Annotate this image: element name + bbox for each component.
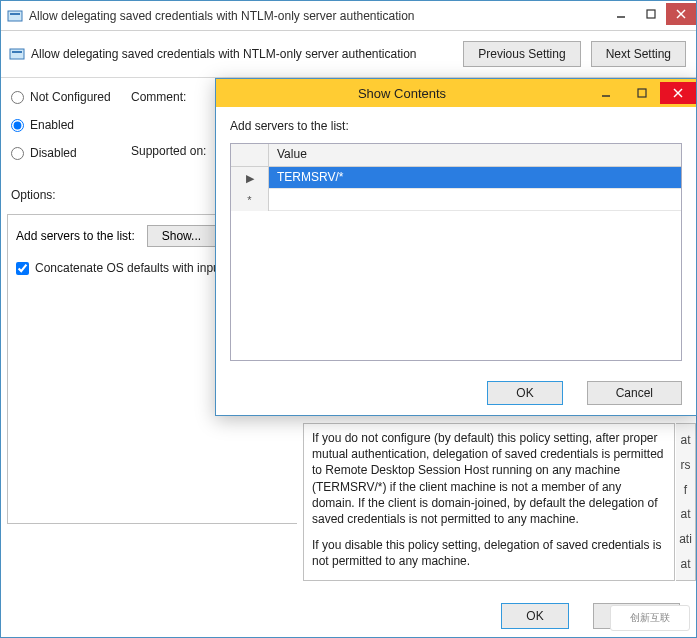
policy-description: Allow delegating saved credentials with … [31, 47, 453, 61]
concat-defaults-checkbox[interactable] [16, 262, 29, 275]
policy-icon [9, 46, 25, 62]
ok-button[interactable]: OK [501, 603, 568, 629]
clipped-text-strip: at rs f at ati at [676, 423, 696, 581]
radio-not-configured-input[interactable] [11, 91, 24, 104]
modal-button-row: OK Cancel [477, 381, 682, 405]
svg-rect-6 [10, 49, 24, 59]
modal-cancel-button[interactable]: Cancel [587, 381, 682, 405]
svg-rect-9 [638, 89, 646, 97]
radio-enabled-label: Enabled [30, 118, 74, 132]
row-marker-icon: ▶ [231, 167, 269, 189]
grid-row[interactable]: * [231, 189, 681, 211]
radio-not-configured-label: Not Configured [30, 90, 111, 104]
server-list-grid[interactable]: Value ▶ TERMSRV/* * [230, 143, 682, 361]
help-text-panel: If you do not configure (by default) thi… [303, 423, 675, 581]
grid-cell-value[interactable] [269, 189, 681, 210]
add-servers-label: Add servers to the list: [16, 229, 135, 243]
svg-rect-7 [12, 51, 22, 53]
radio-disabled[interactable]: Disabled [11, 146, 131, 160]
meta-labels: Comment: Supported on: [131, 86, 206, 160]
modal-ok-button[interactable]: OK [487, 381, 562, 405]
svg-rect-0 [8, 11, 22, 21]
next-setting-button[interactable]: Next Setting [591, 41, 686, 67]
comment-label: Comment: [131, 90, 206, 104]
modal-close-button[interactable] [660, 82, 696, 104]
help-paragraph-1: If you do not configure (by default) thi… [312, 430, 666, 527]
show-button[interactable]: Show... [147, 225, 216, 247]
main-titlebar: Allow delegating saved credentials with … [1, 1, 696, 31]
grid-row[interactable]: ▶ TERMSRV/* [231, 167, 681, 189]
radio-enabled-input[interactable] [11, 119, 24, 132]
modal-title: Show Contents [216, 86, 588, 101]
cancel-button[interactable]: Cancel [593, 603, 680, 629]
modal-instruction: Add servers to the list: [230, 119, 682, 133]
header-row: Allow delegating saved credentials with … [1, 31, 696, 73]
svg-rect-3 [647, 10, 655, 18]
radio-enabled[interactable]: Enabled [11, 118, 131, 132]
radio-disabled-input[interactable] [11, 147, 24, 160]
grid-header-row: Value [231, 144, 681, 167]
dialog-button-row: OK Cancel [491, 603, 680, 629]
supported-on-label: Supported on: [131, 144, 206, 158]
radio-not-configured[interactable]: Not Configured [11, 90, 131, 104]
close-button[interactable] [666, 3, 696, 25]
previous-setting-button[interactable]: Previous Setting [463, 41, 580, 67]
minimize-button[interactable] [606, 3, 636, 25]
grid-empty-area [231, 211, 681, 360]
window-title: Allow delegating saved credentials with … [29, 9, 606, 23]
show-contents-dialog: Show Contents Add servers to the list: V… [215, 78, 697, 416]
radio-disabled-label: Disabled [30, 146, 77, 160]
modal-titlebar: Show Contents [216, 79, 696, 107]
help-paragraph-2: If you disable this policy setting, dele… [312, 537, 666, 569]
policy-icon [7, 8, 23, 24]
grid-gutter-header [231, 144, 269, 166]
modal-maximize-button[interactable] [624, 82, 660, 104]
modal-minimize-button[interactable] [588, 82, 624, 104]
grid-cell-value[interactable]: TERMSRV/* [269, 167, 681, 188]
maximize-button[interactable] [636, 3, 666, 25]
svg-rect-1 [10, 13, 20, 15]
concat-defaults-label: Concatenate OS defaults with input [35, 261, 223, 275]
column-header-value: Value [269, 144, 681, 166]
state-radio-group: Not Configured Enabled Disabled [11, 86, 131, 160]
row-marker-icon: * [231, 189, 269, 211]
